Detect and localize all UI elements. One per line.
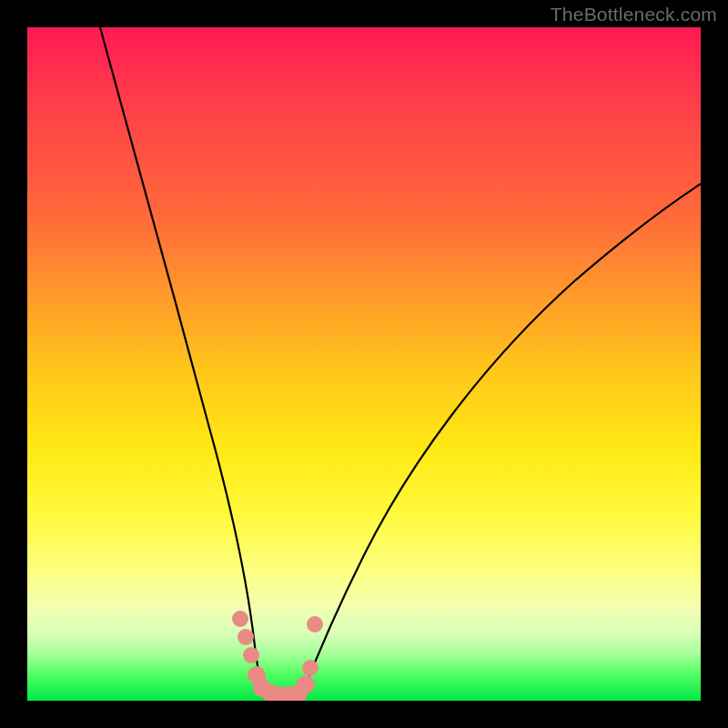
left-curve bbox=[100, 27, 266, 699]
watermark-text: TheBottleneck.com bbox=[551, 4, 717, 25]
chart-svg bbox=[27, 27, 701, 701]
svg-point-2 bbox=[243, 647, 259, 663]
right-curve bbox=[300, 184, 701, 699]
frame: TheBottleneck.com bbox=[0, 0, 728, 728]
plot-area bbox=[27, 27, 701, 701]
svg-point-0 bbox=[232, 611, 248, 627]
svg-point-10 bbox=[302, 660, 318, 676]
marker-band bbox=[232, 611, 323, 701]
svg-point-11 bbox=[307, 616, 323, 632]
svg-point-9 bbox=[297, 675, 315, 693]
svg-point-1 bbox=[238, 629, 254, 645]
